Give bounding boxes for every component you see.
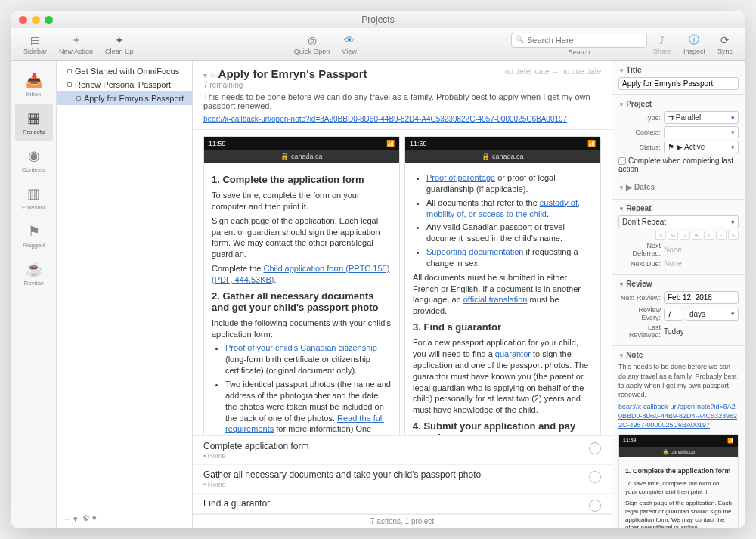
screenshot-left: 11:59📶 🔒 canada.ca 1. Complete the appli…: [203, 136, 400, 435]
toolbar: ▤Sidebar ＋New Action ✦Clean Up ◎Quick Op…: [11, 28, 745, 61]
review-every-n[interactable]: [664, 308, 683, 321]
clean-up-button[interactable]: ✦Clean Up: [99, 32, 140, 57]
zoom-window[interactable]: [45, 16, 53, 24]
task-checkbox[interactable]: [589, 442, 601, 454]
sidebar-toggle[interactable]: ▤Sidebar: [17, 32, 53, 57]
view-button[interactable]: 👁View: [336, 32, 362, 57]
project-list: Get Started with OmniFocus Renew Persona…: [57, 61, 193, 528]
task-list: Complete application form• Home Gather a…: [193, 435, 612, 514]
window-title: Projects: [361, 14, 394, 25]
task-checkbox[interactable]: [589, 500, 601, 512]
repeat-popup[interactable]: Don't Repeat: [618, 215, 739, 228]
project-note[interactable]: This needs to be done before we can do a…: [203, 92, 601, 110]
inspector-note-body[interactable]: This needs to be done before we can do a…: [618, 362, 739, 528]
type-popup[interactable]: ⇉ Parallel: [664, 111, 739, 124]
search-input[interactable]: [511, 33, 647, 48]
inspector-dates-header[interactable]: Dates: [634, 183, 655, 191]
sidebar-review[interactable]: ☕Review: [15, 255, 53, 293]
minimize-window[interactable]: [32, 16, 40, 24]
project-item[interactable]: Get Started with OmniFocus: [57, 64, 192, 78]
inspector-project-header[interactable]: Project: [618, 100, 739, 108]
share-button[interactable]: ⤴Share: [647, 32, 677, 57]
app-window: Projects ▤Sidebar ＋New Action ✦Clean Up …: [11, 11, 745, 528]
inspector-title-header[interactable]: Title: [618, 66, 739, 74]
defer-due-info: no defer date → no due date: [505, 67, 601, 76]
titlebar: Projects: [11, 11, 745, 28]
sync-button[interactable]: ⟳Sync: [711, 32, 739, 57]
task-checkbox[interactable]: [589, 471, 601, 483]
task-row[interactable]: Find a guarantor: [193, 494, 612, 514]
sidebar-contexts[interactable]: ◉Contexts: [15, 141, 53, 179]
sidebar-flagged[interactable]: ⚑Flagged: [15, 217, 53, 255]
title-field[interactable]: [618, 77, 739, 90]
main-outline: no defer date → no due date ▾ ☆ Apply fo…: [193, 61, 612, 528]
project-item[interactable]: Renew Personal Passport: [57, 78, 192, 91]
day-toggle[interactable]: F: [716, 231, 727, 240]
screenshot-right: 11:59📶 🔒 canada.ca Proof of parentage or…: [404, 136, 601, 435]
day-toggle[interactable]: M: [668, 231, 678, 240]
inspector: Title Project Type:⇉ Parallel Context: S…: [612, 61, 745, 528]
day-toggle[interactable]: W: [692, 231, 702, 240]
note-link[interactable]: bear://x-callback-url/open-note?id=8A20B…: [203, 115, 601, 123]
review-every-unit[interactable]: days: [686, 308, 739, 321]
inspect-button[interactable]: ⓘInspect: [677, 32, 711, 57]
day-toggle[interactable]: T: [704, 231, 714, 240]
status-popup[interactable]: ⚑ ▶ Active: [664, 141, 739, 153]
new-action-button[interactable]: ＋New Action: [53, 32, 99, 57]
remaining-count: 7 remaining: [203, 81, 243, 89]
project-settings-button[interactable]: ⚙ ▾: [82, 513, 97, 525]
day-toggle[interactable]: T: [680, 231, 690, 240]
inspector-repeat-header[interactable]: Repeat: [618, 204, 739, 212]
search-wrap: Search: [511, 33, 647, 56]
inspector-note-header[interactable]: Note: [618, 351, 739, 359]
sidebar-projects[interactable]: ▦Projects: [15, 104, 53, 141]
project-title[interactable]: Apply for Emryn's Passport: [218, 67, 367, 80]
complete-checkbox[interactable]: [618, 157, 626, 165]
perspective-sidebar: 📥Inbox ▦Projects ◉Contexts ▥Forecast ⚑Fl…: [11, 61, 57, 528]
context-popup[interactable]: [664, 126, 739, 138]
project-item-selected[interactable]: Apply for Emryn's Passport: [57, 91, 192, 105]
task-row[interactable]: Gather all necessary documents and take …: [193, 465, 612, 494]
sidebar-inbox[interactable]: 📥Inbox: [15, 66, 53, 104]
sidebar-forecast[interactable]: ▥Forecast: [15, 179, 53, 217]
inspector-review-header[interactable]: Review: [618, 280, 739, 288]
day-toggle[interactable]: S: [655, 231, 666, 240]
status-footer: 7 actions, 1 project: [193, 514, 612, 528]
add-project-button[interactable]: ＋ ▾: [63, 513, 78, 525]
next-review-field[interactable]: [664, 291, 739, 304]
day-toggle[interactable]: S: [728, 231, 739, 240]
close-window[interactable]: [19, 16, 27, 24]
task-row[interactable]: Complete application form• Home: [193, 436, 612, 465]
quick-open-button[interactable]: ◎Quick Open: [288, 32, 336, 57]
